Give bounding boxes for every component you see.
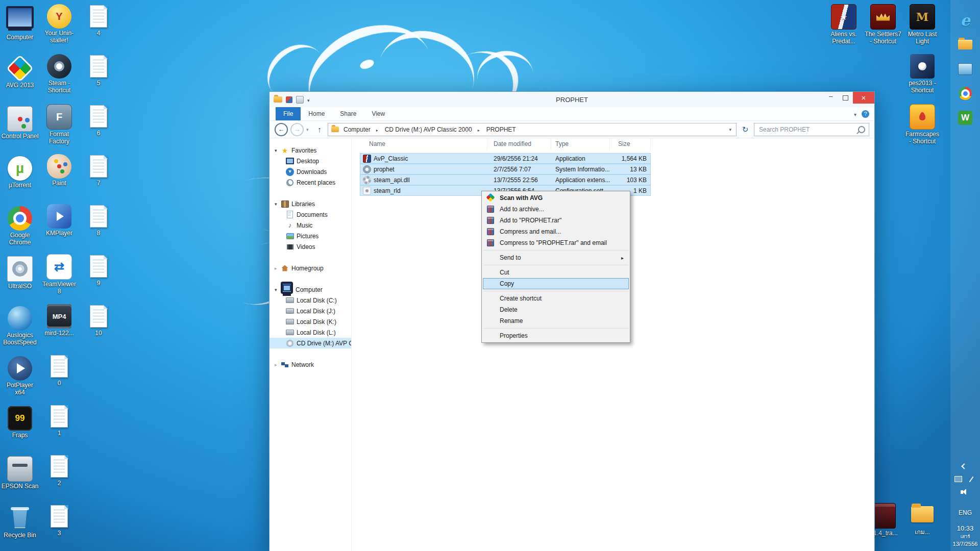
tray-icon[interactable]	[959, 487, 968, 496]
desktop-icon[interactable]: Your Unin-staller!	[39, 4, 79, 54]
sidebar-item[interactable]: Music	[270, 220, 351, 231]
context-menu-item[interactable]: Properties	[483, 330, 629, 341]
context-menu-item[interactable]: Scan with AVG	[483, 192, 629, 204]
sidebar-item[interactable]: Local Disk (C:)	[270, 295, 351, 306]
tray-icon[interactable]	[967, 474, 976, 484]
sidebar-item[interactable]: Favorites	[270, 145, 351, 156]
language-indicator[interactable]: ENG	[950, 509, 980, 516]
desktop-icon[interactable]: 99 Fraps	[0, 406, 40, 456]
title-bar[interactable]: PROPHET	[270, 92, 874, 107]
ribbon-tab[interactable]: File	[276, 107, 301, 120]
context-menu-item[interactable]: Rename	[483, 315, 629, 327]
expander-icon[interactable]	[275, 287, 281, 292]
desktop-icon[interactable]: Control Panel	[0, 106, 40, 156]
desktop-icon[interactable]: Auslogics BoostSpeed	[0, 306, 40, 356]
desktop-icon[interactable]: 0	[39, 354, 79, 404]
desktop-icon[interactable]: Steam - Shortcut	[39, 54, 79, 104]
desktop-icon[interactable]: Paint	[39, 154, 79, 204]
refresh-icon[interactable]	[739, 123, 751, 136]
ribbon-expand-icon[interactable]	[854, 109, 856, 118]
desktop-icon[interactable]: 5	[79, 54, 118, 104]
sidebar-item[interactable]: Homegroup	[270, 263, 351, 273]
desktop-icon[interactable]: PotPlayer x64	[0, 356, 40, 406]
back-button[interactable]	[275, 123, 288, 136]
file-row[interactable]: AvP_Classic 29/6/2556 21:24 Application …	[360, 153, 651, 164]
sidebar-item[interactable]: Computer	[270, 284, 351, 295]
address-dropdown-icon[interactable]	[727, 127, 733, 132]
search-input[interactable]	[758, 126, 856, 134]
column-header[interactable]: Type	[551, 138, 610, 150]
desktop-icon[interactable]: KMPlayer	[39, 204, 79, 254]
expander-icon[interactable]	[275, 362, 281, 367]
desktop-icon[interactable]: เกม...	[903, 503, 942, 551]
desktop-icon[interactable]: 9	[79, 254, 118, 304]
sidebar-item[interactable]: Documents	[270, 209, 351, 220]
sidebar-item[interactable]: Pictures	[270, 231, 351, 241]
sidebar-item[interactable]: Desktop	[270, 156, 351, 166]
desktop-icon[interactable]: The Settlers7 - Shortcut	[864, 4, 902, 54]
desktop-icon[interactable]: 8	[79, 204, 118, 254]
tray-icon[interactable]	[959, 462, 968, 471]
ribbon-tab[interactable]: View	[364, 107, 393, 120]
ribbon-tab[interactable]: Home	[301, 107, 332, 120]
desktop-icon[interactable]: Google Chrome	[0, 206, 40, 256]
context-menu-item[interactable]: Copy	[483, 278, 629, 289]
desktop-icon[interactable]: 10	[79, 304, 118, 354]
up-button[interactable]	[314, 124, 325, 135]
desktop-icon[interactable]: M Metro Last Light	[903, 4, 942, 54]
sidebar-item[interactable]: CD Drive (M:) AVP C	[270, 338, 351, 348]
taskbar-clock[interactable]: ENG 10:33 เสาร์ 13/7/2556	[950, 509, 980, 547]
desktop-icon[interactable]: µ μTorrent	[0, 156, 40, 206]
desktop-icon[interactable]: EPSON Scan	[0, 456, 40, 506]
tray-icon[interactable]	[953, 474, 963, 484]
taskbar-app-icon[interactable]	[957, 60, 974, 78]
context-menu-item[interactable]: Delete	[483, 304, 629, 315]
desktop-icon[interactable]: Recycle Bin	[0, 506, 40, 551]
context-menu-item[interactable]: Cut	[483, 267, 629, 278]
desktop-icon[interactable]: AVG 2013	[0, 56, 40, 106]
expander-icon[interactable]	[275, 202, 281, 207]
file-row[interactable]: prophet 2/7/2556 7:07 System Informatio.…	[360, 164, 651, 174]
desktop-icon[interactable]: 1	[39, 404, 79, 454]
sidebar-item[interactable]: Local Disk (L:)	[270, 327, 351, 338]
qat-button-1[interactable]	[286, 96, 292, 103]
minimize-button[interactable]	[823, 92, 838, 104]
context-menu-item[interactable]	[483, 250, 628, 251]
breadcrumb-item[interactable]: Computer	[342, 125, 384, 134]
context-menu-item[interactable]	[483, 291, 628, 291]
context-menu-item[interactable]: Add to "PROPHET.rar"	[483, 215, 629, 226]
column-header[interactable]: Name	[360, 138, 487, 150]
desktop-icon[interactable]: 4	[79, 4, 118, 54]
taskbar-app-icon[interactable]	[957, 36, 974, 53]
desktop-icon[interactable]: 3	[39, 504, 79, 551]
context-menu-item[interactable]: Send to	[483, 252, 629, 263]
desktop-icon[interactable]: 7	[79, 154, 118, 204]
address-bar[interactable]: Computer CD Drive (M:) AVP Classic 2000 …	[328, 123, 737, 136]
desktop-icon[interactable]: Format Factory	[39, 104, 79, 154]
taskbar-app-icon[interactable]	[957, 85, 974, 102]
sidebar-item[interactable]: Libraries	[270, 198, 351, 209]
context-menu-item[interactable]: Compress and email...	[483, 226, 629, 237]
desktop-icon[interactable]: MP4 mird-122...	[39, 304, 79, 354]
breadcrumb-item[interactable]: PROPHET	[485, 125, 517, 134]
desktop-icon[interactable]: Computer	[0, 6, 40, 56]
recent-locations-icon[interactable]	[306, 127, 311, 132]
taskbar-app-icon[interactable]: W	[957, 109, 974, 127]
sidebar-item[interactable]: Network	[270, 359, 351, 370]
sidebar-item[interactable]: Recent places	[270, 177, 351, 188]
sidebar-item[interactable]: Downloads	[270, 166, 351, 177]
expander-icon[interactable]	[275, 148, 281, 153]
context-menu-item[interactable]: Compress to "PROPHET.rar" and email	[483, 237, 629, 248]
maximize-button[interactable]	[838, 92, 853, 104]
file-row[interactable]: steam_api.dll 13/7/2555 22:56 Applicatio…	[360, 174, 651, 185]
close-button[interactable]	[853, 92, 874, 104]
breadcrumb-item[interactable]: CD Drive (M:) AVP Classic 2000	[384, 125, 485, 134]
sidebar-item[interactable]: Local Disk (J:)	[270, 306, 351, 316]
ribbon-tab[interactable]: Share	[332, 107, 364, 120]
desktop-icon[interactable]: TeamViewer 8	[39, 254, 79, 304]
desktop-icon[interactable]: Aliens vs. Predat...	[824, 4, 863, 54]
taskbar-app-icon[interactable]: e	[957, 11, 974, 29]
qat-button-2[interactable]	[296, 96, 304, 104]
sidebar-item[interactable]: Local Disk (K:)	[270, 316, 351, 327]
desktop-icon[interactable]: Farmscapes - Shortcut	[903, 104, 942, 154]
